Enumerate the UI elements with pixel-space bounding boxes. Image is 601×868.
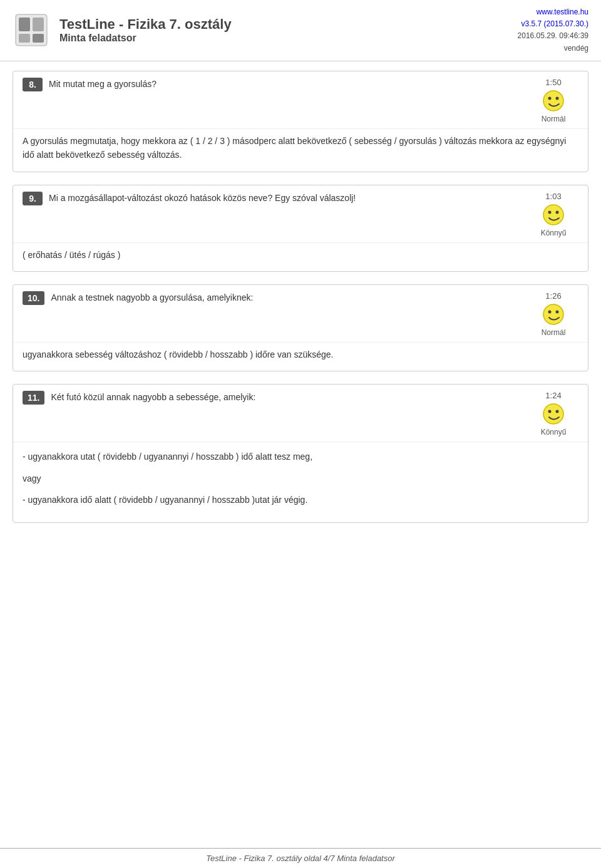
- svg-point-12: [548, 310, 552, 313]
- sub-title: Minta feladatsor: [59, 33, 518, 44]
- smiley-icon-10: [542, 303, 565, 326]
- question-body-line-1-11: - ugyanakkora utat ( rövidebb / ugyanann…: [23, 450, 578, 463]
- main-content: 8. Mit mutat meg a gyorsulás? 1:50 Normá…: [0, 61, 601, 545]
- svg-point-15: [548, 410, 552, 413]
- website: www.testline.hu: [518, 6, 588, 18]
- question-number-9: 9.: [23, 192, 43, 205]
- svg-rect-3: [19, 34, 30, 43]
- svg-point-11: [543, 304, 563, 324]
- question-title-8: Mit mutat meg a gyorsulás?: [49, 78, 522, 91]
- svg-point-8: [543, 205, 563, 225]
- question-body-text-8: A gyorsulás megmutatja, hogy mekkora az …: [23, 136, 566, 160]
- version: v3.5.7 (2015.07.30.): [518, 18, 588, 30]
- user: vendég: [518, 43, 588, 54]
- question-number-10: 10.: [23, 291, 44, 305]
- logo: [13, 11, 50, 49]
- question-meta-9: 1:03 Könnyű: [528, 192, 578, 237]
- question-meta-11: 1:24 Könnyű: [528, 391, 578, 437]
- question-block-8: 8. Mit mutat meg a gyorsulás? 1:50 Normá…: [13, 71, 588, 172]
- question-text-10: Annak a testnek nagyobb a gyorsulása, am…: [51, 291, 522, 304]
- time-11: 1:24: [545, 391, 561, 400]
- svg-rect-1: [19, 18, 30, 31]
- difficulty-8: Normál: [542, 115, 566, 123]
- question-title-9: Mi a mozgásállapot-változást okozó hatás…: [49, 192, 522, 205]
- question-body-8: A gyorsulás megmutatja, hogy mekkora az …: [13, 128, 588, 172]
- svg-rect-2: [33, 18, 44, 31]
- question-body-11: - ugyanakkora utat ( rövidebb / ugyanann…: [13, 442, 588, 522]
- main-title: TestLine - Fizika 7. osztály: [59, 16, 518, 33]
- svg-point-7: [556, 96, 559, 100]
- question-number-11: 11.: [23, 391, 44, 405]
- svg-point-10: [556, 210, 559, 214]
- svg-rect-4: [33, 34, 44, 43]
- time-9: 1:03: [545, 192, 561, 201]
- question-title-11: Két futó közül annak nagyobb a sebessége…: [51, 391, 522, 404]
- question-block-10: 10. Annak a testnek nagyobb a gyorsulása…: [13, 284, 588, 371]
- question-body-line-3-11: - ugyanakkora idő alatt ( rövidebb / ugy…: [23, 493, 578, 507]
- difficulty-9: Könnyű: [541, 229, 567, 237]
- question-body-10: ugyanakkora sebesség változáshoz ( rövid…: [13, 342, 588, 371]
- question-number-8: 8.: [23, 78, 43, 91]
- question-header-11: 11. Két futó közül annak nagyobb a sebes…: [13, 385, 588, 442]
- smiley-icon-11: [542, 403, 565, 425]
- svg-point-16: [556, 410, 559, 413]
- page-header: TestLine - Fizika 7. osztály Minta felad…: [0, 0, 601, 61]
- header-info: www.testline.hu v3.5.7 (2015.07.30.) 201…: [518, 6, 588, 54]
- question-body-line-2-11: vagy: [23, 472, 578, 485]
- question-meta-8: 1:50 Normál: [528, 78, 578, 123]
- question-block-9: 9. Mi a mozgásállapot-változást okozó ha…: [13, 185, 588, 272]
- svg-point-9: [548, 210, 552, 214]
- svg-point-13: [556, 310, 559, 313]
- question-text-11: Két futó közül annak nagyobb a sebessége…: [51, 391, 522, 404]
- footer-text: TestLine - Fizika 7. osztály oldal 4/7 M…: [206, 854, 395, 863]
- svg-point-6: [548, 96, 552, 100]
- difficulty-10: Normál: [542, 328, 566, 337]
- difficulty-11: Könnyű: [541, 428, 567, 437]
- page-footer: TestLine - Fizika 7. osztály oldal 4/7 M…: [0, 848, 601, 868]
- question-body-9: ( erőhatás / ütés / rúgás ): [13, 242, 588, 271]
- question-text-8: Mit mutat meg a gyorsulás?: [49, 78, 522, 91]
- question-title-10: Annak a testnek nagyobb a gyorsulása, am…: [51, 291, 522, 304]
- svg-point-14: [543, 404, 563, 424]
- smiley-icon-8: [542, 90, 565, 112]
- question-header-10: 10. Annak a testnek nagyobb a gyorsulása…: [13, 285, 588, 342]
- question-meta-10: 1:26 Normál: [528, 291, 578, 337]
- question-text-9: Mi a mozgásállapot-változást okozó hatás…: [49, 192, 522, 205]
- header-title-block: TestLine - Fizika 7. osztály Minta felad…: [59, 16, 518, 44]
- smiley-icon-9: [542, 204, 565, 226]
- svg-point-5: [543, 91, 563, 111]
- time-8: 1:50: [545, 78, 561, 87]
- date: 2016.05.29. 09:46:39: [518, 30, 588, 42]
- question-header-8: 8. Mit mutat meg a gyorsulás? 1:50 Normá…: [13, 71, 588, 128]
- time-10: 1:26: [545, 291, 561, 301]
- question-header-9: 9. Mi a mozgásállapot-változást okozó ha…: [13, 185, 588, 242]
- question-body-text-10: ugyanakkora sebesség változáshoz ( rövid…: [23, 349, 334, 359]
- question-block-11: 11. Két futó közül annak nagyobb a sebes…: [13, 384, 588, 523]
- question-body-text-9: ( erőhatás / ütés / rúgás ): [23, 250, 120, 260]
